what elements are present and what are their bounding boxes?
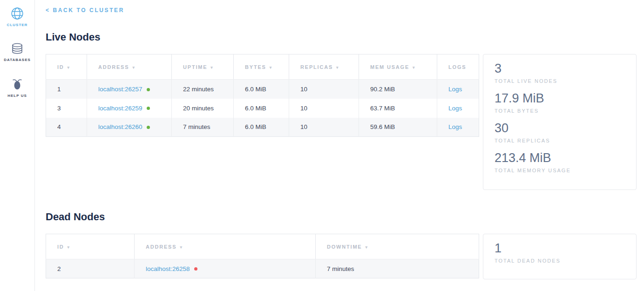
column-header-logs: LOGS <box>437 54 479 80</box>
dead-nodes-summary-card: 1 TOTAL DEAD NODES <box>483 234 637 279</box>
column-header-mem-usage[interactable]: MEM USAGE▾ <box>359 54 437 80</box>
node-id: 2 <box>46 259 135 278</box>
stat-total-bytes: 17.9 MiB TOTAL BYTES <box>495 90 626 115</box>
sidebar-item-label: HELP US <box>7 94 27 98</box>
stat-label: TOTAL MEMORY USAGE <box>495 167 626 174</box>
stat-value: 3 <box>495 61 626 76</box>
node-bytes: 6.0 MiB <box>234 80 289 99</box>
node-address-link[interactable]: localhost:26260 <box>98 123 142 130</box>
live-status-dot <box>147 88 150 91</box>
back-to-cluster-link[interactable]: < BACK TO CLUSTER <box>46 7 124 14</box>
stat-value: 1 <box>495 240 626 256</box>
stat-total-memory-usage: 213.4 MiB TOTAL MEMORY USAGE <box>495 150 626 174</box>
live-nodes-header-row: ID▾ ADDRESS▾ UPTIME▾ BYTES▾ REPLICAS▾ ME… <box>46 54 479 80</box>
node-mem-usage: 59.6 MiB <box>359 118 437 137</box>
live-nodes-section: ID▾ ADDRESS▾ UPTIME▾ BYTES▾ REPLICAS▾ ME… <box>46 54 644 190</box>
node-id: 4 <box>46 118 87 137</box>
node-replicas: 10 <box>289 99 359 118</box>
dead-status-dot <box>194 267 197 271</box>
sort-arrow-icon: ▾ <box>68 245 70 250</box>
live-status-dot <box>147 107 150 110</box>
stat-label: TOTAL DEAD NODES <box>495 257 626 264</box>
column-header-address[interactable]: ADDRESS▾ <box>87 54 172 80</box>
sidebar: CLUSTER DATABASES HELP US <box>0 0 35 291</box>
node-replicas: 10 <box>289 118 359 137</box>
table-row: 3 localhost:26259 20 minutes 6.0 MiB 10 … <box>46 99 479 118</box>
live-nodes-summary-card: 3 TOTAL LIVE NODES 17.9 MiB TOTAL BYTES … <box>483 54 637 190</box>
logs-link[interactable]: Logs <box>448 105 462 112</box>
sort-arrow-icon: ▾ <box>336 65 339 70</box>
column-header-id[interactable]: ID▾ <box>46 234 135 259</box>
sort-arrow-icon: ▾ <box>413 65 415 70</box>
node-address-link[interactable]: localhost:26259 <box>98 105 142 112</box>
stat-value: 30 <box>495 120 626 136</box>
node-id: 3 <box>46 99 87 118</box>
column-header-address[interactable]: ADDRESS▾ <box>135 234 316 259</box>
sort-arrow-icon: ▾ <box>270 65 272 70</box>
sidebar-item-databases[interactable]: DATABASES <box>4 42 31 62</box>
column-header-replicas[interactable]: REPLICAS▾ <box>289 54 359 80</box>
node-replicas: 10 <box>289 80 359 99</box>
table-row: 1 localhost:26257 22 minutes 6.0 MiB 10 … <box>46 80 479 99</box>
database-icon <box>11 42 24 55</box>
node-address-cell: localhost:26257 <box>87 80 172 99</box>
sidebar-item-cluster[interactable]: CLUSTER <box>7 7 28 27</box>
sidebar-item-label: CLUSTER <box>7 23 28 27</box>
node-id: 1 <box>46 80 87 99</box>
live-nodes-title: Live Nodes <box>46 31 644 43</box>
sort-arrow-icon: ▾ <box>68 65 70 70</box>
sidebar-item-help-us[interactable]: HELP US <box>7 77 27 98</box>
node-uptime: 7 minutes <box>172 118 234 137</box>
stat-label: TOTAL BYTES <box>495 107 626 115</box>
dead-nodes-title: Dead Nodes <box>46 211 644 223</box>
live-status-dot <box>147 126 150 129</box>
logs-link[interactable]: Logs <box>448 86 462 93</box>
globe-icon <box>10 7 24 20</box>
node-mem-usage: 63.7 MiB <box>359 99 437 118</box>
sort-arrow-icon: ▾ <box>366 245 368 250</box>
dead-nodes-section: ID▾ ADDRESS▾ DOWNTIME▾ 2 localhost:26258… <box>46 234 644 279</box>
stat-total-dead-nodes: 1 TOTAL DEAD NODES <box>495 240 626 264</box>
node-logs-cell: Logs <box>437 80 479 99</box>
stat-label: TOTAL REPLICAS <box>495 137 626 144</box>
node-address-link[interactable]: localhost:26257 <box>98 86 142 93</box>
column-header-downtime[interactable]: DOWNTIME▾ <box>316 234 479 259</box>
table-row: 4 localhost:26260 7 minutes 6.0 MiB 10 5… <box>46 118 479 137</box>
node-logs-cell: Logs <box>437 118 479 137</box>
stat-total-replicas: 30 TOTAL REPLICAS <box>495 120 626 144</box>
column-header-bytes[interactable]: BYTES▾ <box>234 54 289 80</box>
bug-icon <box>11 77 24 91</box>
sort-arrow-icon: ▾ <box>180 245 183 250</box>
node-bytes: 6.0 MiB <box>234 118 289 137</box>
node-uptime: 20 minutes <box>172 99 234 118</box>
stat-label: TOTAL LIVE NODES <box>495 77 626 85</box>
table-row: 2 localhost:26258 7 minutes <box>46 259 479 278</box>
node-mem-usage: 90.2 MiB <box>359 80 437 99</box>
sort-arrow-icon: ▾ <box>210 65 213 70</box>
stat-value: 17.9 MiB <box>495 90 626 106</box>
node-logs-cell: Logs <box>437 99 479 118</box>
sidebar-item-label: DATABASES <box>4 58 31 62</box>
dead-nodes-table: ID▾ ADDRESS▾ DOWNTIME▾ 2 localhost:26258… <box>46 234 479 278</box>
column-header-uptime[interactable]: UPTIME▾ <box>172 54 234 80</box>
node-bytes: 6.0 MiB <box>234 99 289 118</box>
stat-value: 213.4 MiB <box>495 150 626 166</box>
node-address-cell: localhost:26258 <box>135 259 316 278</box>
dead-nodes-header-row: ID▾ ADDRESS▾ DOWNTIME▾ <box>46 234 479 259</box>
live-nodes-table: ID▾ ADDRESS▾ UPTIME▾ BYTES▾ REPLICAS▾ ME… <box>46 54 479 137</box>
column-header-id[interactable]: ID▾ <box>46 54 87 80</box>
node-uptime: 22 minutes <box>172 80 234 99</box>
node-address-link[interactable]: localhost:26258 <box>146 265 190 272</box>
node-address-cell: localhost:26259 <box>87 99 172 118</box>
node-address-cell: localhost:26260 <box>87 118 172 137</box>
logs-link[interactable]: Logs <box>448 123 462 130</box>
sort-arrow-icon: ▾ <box>132 65 135 70</box>
main-content: < BACK TO CLUSTER Live Nodes ID▾ ADDRESS… <box>35 0 644 279</box>
stat-total-live-nodes: 3 TOTAL LIVE NODES <box>495 61 626 85</box>
node-downtime: 7 minutes <box>316 259 479 278</box>
